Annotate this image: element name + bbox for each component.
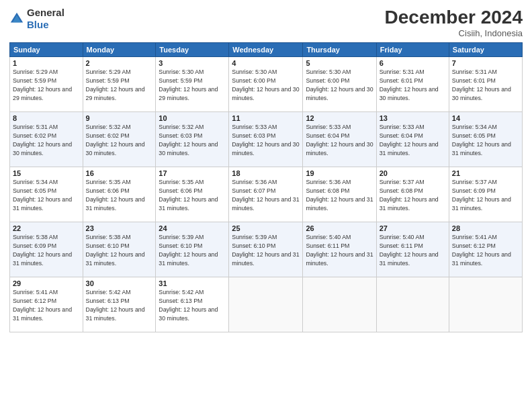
day-cell: 16Sunrise: 5:35 AMSunset: 6:06 PMDayligh…: [83, 167, 156, 222]
day-cell: [229, 277, 303, 332]
day-number: 26: [306, 224, 373, 232]
day-info: Sunrise: 5:40 AMSunset: 6:11 PMDaylight:…: [380, 234, 439, 267]
day-info: Sunrise: 5:41 AMSunset: 6:12 PMDaylight:…: [452, 234, 511, 267]
day-cell: 13Sunrise: 5:33 AMSunset: 6:04 PMDayligh…: [376, 112, 449, 167]
day-info: Sunrise: 5:39 AMSunset: 6:10 PMDaylight:…: [159, 234, 218, 267]
day-cell: 15Sunrise: 5:34 AMSunset: 6:05 PMDayligh…: [10, 167, 83, 222]
calendar-table: SundayMondayTuesdayWednesdayThursdayFrid…: [9, 42, 523, 332]
day-info: Sunrise: 5:35 AMSunset: 6:06 PMDaylight:…: [86, 179, 145, 212]
day-number: 4: [232, 59, 300, 67]
day-number: 31: [159, 279, 226, 287]
weekday-header-friday: Friday: [376, 43, 449, 57]
weekday-header-thursday: Thursday: [303, 43, 376, 57]
day-info: Sunrise: 5:33 AMSunset: 6:04 PMDaylight:…: [306, 124, 373, 156]
day-cell: 24Sunrise: 5:39 AMSunset: 6:10 PMDayligh…: [156, 222, 229, 277]
day-number: 17: [159, 169, 226, 177]
day-number: 22: [13, 224, 80, 232]
calendar-container: General Blue December 2024 Cisiih, Indon…: [0, 0, 532, 411]
logo-general: General: [27, 7, 64, 18]
weekday-header-tuesday: Tuesday: [156, 43, 229, 57]
day-info: Sunrise: 5:37 AMSunset: 6:08 PMDaylight:…: [380, 179, 439, 212]
day-info: Sunrise: 5:39 AMSunset: 6:10 PMDaylight:…: [232, 234, 299, 267]
day-info: Sunrise: 5:36 AMSunset: 6:07 PMDaylight:…: [232, 179, 299, 212]
day-cell: [376, 277, 449, 332]
weekday-header-saturday: Saturday: [449, 43, 522, 57]
weekday-header-row: SundayMondayTuesdayWednesdayThursdayFrid…: [10, 43, 523, 57]
week-row-4: 22Sunrise: 5:38 AMSunset: 6:09 PMDayligh…: [10, 222, 523, 277]
day-number: 21: [452, 169, 519, 177]
day-number: 18: [232, 169, 300, 177]
month-title: December 2024: [385, 7, 523, 28]
day-number: 14: [452, 114, 519, 122]
day-number: 19: [306, 169, 373, 177]
day-info: Sunrise: 5:30 AMSunset: 6:00 PMDaylight:…: [306, 68, 373, 101]
day-cell: 21Sunrise: 5:37 AMSunset: 6:09 PMDayligh…: [449, 167, 522, 222]
day-info: Sunrise: 5:34 AMSunset: 6:05 PMDaylight:…: [452, 124, 511, 156]
title-block: December 2024 Cisiih, Indonesia: [385, 7, 523, 38]
day-cell: 31Sunrise: 5:42 AMSunset: 6:13 PMDayligh…: [156, 277, 229, 332]
day-info: Sunrise: 5:31 AMSunset: 6:02 PMDaylight:…: [13, 124, 72, 156]
day-number: 13: [380, 114, 446, 122]
weekday-header-wednesday: Wednesday: [229, 43, 303, 57]
logo: General Blue: [9, 7, 64, 31]
day-cell: 12Sunrise: 5:33 AMSunset: 6:04 PMDayligh…: [303, 112, 376, 167]
week-row-5: 29Sunrise: 5:41 AMSunset: 6:12 PMDayligh…: [10, 277, 523, 332]
day-number: 12: [306, 114, 373, 122]
day-info: Sunrise: 5:38 AMSunset: 6:09 PMDaylight:…: [13, 234, 72, 267]
day-cell: 1Sunrise: 5:29 AMSunset: 5:59 PMDaylight…: [10, 57, 83, 112]
day-info: Sunrise: 5:30 AMSunset: 6:00 PMDaylight:…: [232, 68, 299, 101]
day-number: 24: [159, 224, 226, 232]
day-number: 30: [86, 279, 153, 287]
day-number: 6: [380, 59, 446, 67]
day-info: Sunrise: 5:36 AMSunset: 6:08 PMDaylight:…: [306, 179, 373, 212]
day-cell: 30Sunrise: 5:42 AMSunset: 6:13 PMDayligh…: [83, 277, 156, 332]
day-info: Sunrise: 5:38 AMSunset: 6:10 PMDaylight:…: [86, 234, 145, 267]
location: Cisiih, Indonesia: [385, 28, 523, 38]
day-number: 29: [13, 279, 80, 287]
day-cell: 22Sunrise: 5:38 AMSunset: 6:09 PMDayligh…: [10, 222, 83, 277]
logo-icon: [9, 11, 24, 26]
day-cell: 23Sunrise: 5:38 AMSunset: 6:10 PMDayligh…: [83, 222, 156, 277]
day-number: 8: [13, 114, 80, 122]
day-info: Sunrise: 5:40 AMSunset: 6:11 PMDaylight:…: [306, 234, 373, 267]
day-info: Sunrise: 5:29 AMSunset: 5:59 PMDaylight:…: [13, 68, 72, 101]
day-info: Sunrise: 5:29 AMSunset: 5:59 PMDaylight:…: [86, 68, 145, 101]
day-cell: 7Sunrise: 5:31 AMSunset: 6:01 PMDaylight…: [449, 57, 522, 112]
header: General Blue December 2024 Cisiih, Indon…: [9, 7, 523, 38]
day-number: 16: [86, 169, 153, 177]
day-cell: [449, 277, 522, 332]
day-info: Sunrise: 5:37 AMSunset: 6:09 PMDaylight:…: [452, 179, 511, 212]
day-cell: 11Sunrise: 5:33 AMSunset: 6:03 PMDayligh…: [229, 112, 303, 167]
day-number: 7: [452, 59, 519, 67]
day-cell: 5Sunrise: 5:30 AMSunset: 6:00 PMDaylight…: [303, 57, 376, 112]
day-number: 28: [452, 224, 519, 232]
day-cell: 19Sunrise: 5:36 AMSunset: 6:08 PMDayligh…: [303, 167, 376, 222]
day-number: 27: [380, 224, 446, 232]
day-cell: 4Sunrise: 5:30 AMSunset: 6:00 PMDaylight…: [229, 57, 303, 112]
day-cell: 25Sunrise: 5:39 AMSunset: 6:10 PMDayligh…: [229, 222, 303, 277]
weekday-header-monday: Monday: [83, 43, 156, 57]
day-cell: 14Sunrise: 5:34 AMSunset: 6:05 PMDayligh…: [449, 112, 522, 167]
day-cell: 26Sunrise: 5:40 AMSunset: 6:11 PMDayligh…: [303, 222, 376, 277]
day-number: 5: [306, 59, 373, 67]
day-info: Sunrise: 5:42 AMSunset: 6:13 PMDaylight:…: [86, 289, 145, 322]
day-cell: 3Sunrise: 5:30 AMSunset: 5:59 PMDaylight…: [156, 57, 229, 112]
day-cell: 18Sunrise: 5:36 AMSunset: 6:07 PMDayligh…: [229, 167, 303, 222]
day-number: 3: [159, 59, 226, 67]
day-cell: 10Sunrise: 5:32 AMSunset: 6:03 PMDayligh…: [156, 112, 229, 167]
day-info: Sunrise: 5:31 AMSunset: 6:01 PMDaylight:…: [452, 68, 511, 101]
day-number: 20: [380, 169, 446, 177]
day-number: 1: [13, 59, 80, 67]
day-number: 15: [13, 169, 80, 177]
day-info: Sunrise: 5:34 AMSunset: 6:05 PMDaylight:…: [13, 179, 72, 212]
day-number: 9: [86, 114, 153, 122]
day-cell: 27Sunrise: 5:40 AMSunset: 6:11 PMDayligh…: [376, 222, 449, 277]
day-cell: 20Sunrise: 5:37 AMSunset: 6:08 PMDayligh…: [376, 167, 449, 222]
calendar-body: 1Sunrise: 5:29 AMSunset: 5:59 PMDaylight…: [10, 57, 523, 332]
week-row-2: 8Sunrise: 5:31 AMSunset: 6:02 PMDaylight…: [10, 112, 523, 167]
day-cell: 9Sunrise: 5:32 AMSunset: 6:02 PMDaylight…: [83, 112, 156, 167]
day-info: Sunrise: 5:32 AMSunset: 6:03 PMDaylight:…: [159, 124, 218, 156]
logo-text: General Blue: [27, 7, 64, 31]
day-cell: 2Sunrise: 5:29 AMSunset: 5:59 PMDaylight…: [83, 57, 156, 112]
day-info: Sunrise: 5:33 AMSunset: 6:03 PMDaylight:…: [232, 124, 299, 156]
